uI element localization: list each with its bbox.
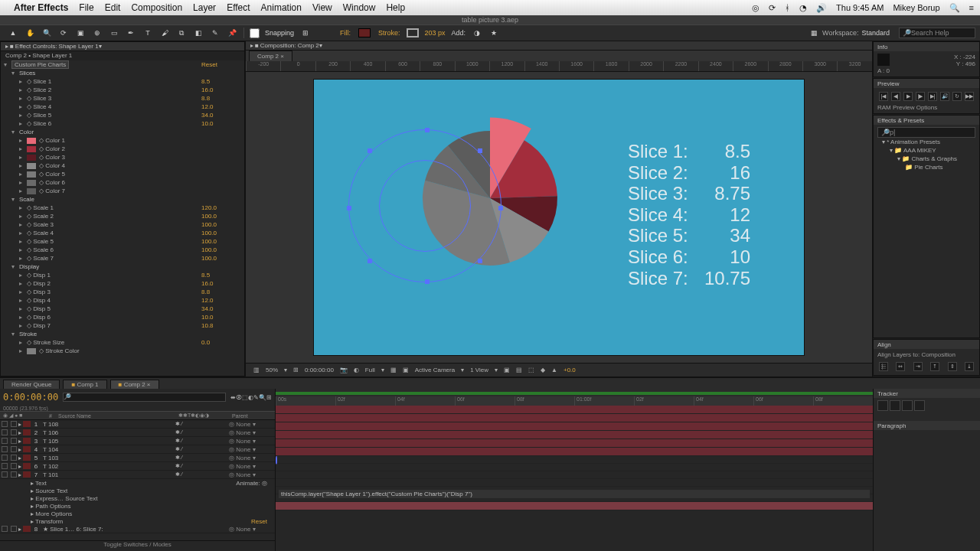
zoom-tool-icon[interactable]: 🔍: [41, 27, 53, 39]
align-vcenter-icon[interactable]: ⇕: [948, 362, 957, 371]
paragraph-panel-header[interactable]: Paragraph: [874, 421, 980, 430]
ec-row[interactable]: ▸◇ Disp 216.0: [1, 279, 244, 288]
tl-ic-3[interactable]: ⬚: [242, 394, 248, 401]
workspace-dropdown[interactable]: Standard: [861, 29, 890, 37]
stamp-tool-icon[interactable]: ⧉: [175, 27, 188, 39]
channel-icon[interactable]: ◐: [354, 367, 359, 373]
timeline-layer-row[interactable]: ▸2T 106✱ ⁄ ◎ None ▾: [0, 429, 275, 437]
ec-row[interactable]: ▸◇ Scale 6100.0: [1, 246, 244, 254]
status-bt-icon[interactable]: ᚼ: [785, 3, 790, 12]
add-dropdown-icon[interactable]: ◑: [471, 27, 483, 39]
col-parent[interactable]: Parent: [229, 413, 275, 419]
timeline-layer-row[interactable]: ▸4T 104✱ ⁄ ◎ None ▾: [0, 445, 275, 454]
current-time[interactable]: 0:00:00:00: [3, 392, 58, 403]
timeline-sub-row[interactable]: ▸ TransformReset: [0, 517, 275, 525]
comp-stage[interactable]: Slice 1:8.5Slice 2:16Slice 3:8.75Slice 4…: [314, 80, 804, 355]
loop-icon[interactable]: ↻: [952, 92, 962, 101]
align-panel-header[interactable]: Align: [874, 340, 979, 349]
ec-row[interactable]: ▾Stroke: [1, 330, 244, 338]
fill-swatch[interactable]: [358, 28, 371, 37]
puppet-tool-icon[interactable]: 📌: [226, 27, 238, 39]
ec-row[interactable]: ▸◇ Disp 412.0: [1, 296, 244, 305]
ec-row[interactable]: ▸◇ Color 3: [1, 153, 244, 161]
last-frame-icon[interactable]: ▶|: [928, 92, 937, 101]
vb-icon-2[interactable]: ▤: [516, 367, 522, 373]
align-hcenter-icon[interactable]: ⇔: [896, 362, 905, 371]
menu-edit[interactable]: Edit: [105, 2, 121, 13]
track-bar[interactable]: [276, 431, 873, 439]
pen-tool-icon[interactable]: ✒: [125, 27, 137, 39]
timeline-sub-row[interactable]: ▸ Source Text: [0, 487, 275, 494]
menu-animation[interactable]: Animation: [261, 2, 302, 13]
ec-row[interactable]: ▸◇ Scale 5100.0: [1, 237, 244, 246]
ec-row[interactable]: ▸◇ Stroke Color: [1, 347, 244, 355]
ec-row[interactable]: ▸◇ Disp 610.0: [1, 313, 244, 321]
menu-effect[interactable]: Effect: [227, 2, 250, 13]
status-sync-icon[interactable]: ⟳: [769, 3, 776, 13]
stroke-px[interactable]: 203 px: [425, 29, 446, 37]
comp-ruler[interactable]: -200020040060080010001200140016001800200…: [246, 61, 872, 72]
ec-row[interactable]: ▸◇ Slice 610.0: [1, 119, 244, 128]
menu-view[interactable]: View: [312, 2, 332, 13]
tl-ic-4[interactable]: ◐: [248, 394, 253, 401]
res-dropdown[interactable]: Full: [365, 367, 375, 373]
comp-stage-wrap[interactable]: Slice 1:8.5Slice 2:16Slice 3:8.75Slice 4…: [246, 72, 872, 363]
align-right-icon[interactable]: ⇥: [913, 362, 923, 371]
ec-row[interactable]: ▸◇ Slice 534.0: [1, 111, 244, 119]
effects-presets-header[interactable]: Effects & Presets: [874, 116, 979, 125]
ec-row[interactable]: ▸◇ Slice 18.5: [1, 77, 244, 86]
anchor-tool-icon[interactable]: ⊕: [91, 27, 103, 39]
ec-row[interactable]: ▾Color: [1, 128, 244, 136]
fx-tree-item[interactable]: ▾ 📁 Charts & Graphs: [877, 155, 975, 163]
workspace-icon[interactable]: ▦: [808, 27, 820, 39]
tracker-panel-header[interactable]: Tracker: [874, 389, 980, 398]
tracker-btn-1[interactable]: [877, 400, 888, 411]
clock[interactable]: Thu 9:45 AM: [836, 3, 884, 12]
tl-ic-2[interactable]: ⦿: [236, 394, 242, 401]
ec-row[interactable]: ▸◇ Stroke Size0.0: [1, 338, 244, 347]
preview-panel-header[interactable]: Preview: [874, 79, 979, 88]
ec-row[interactable]: ▸◇ Color 5: [1, 170, 244, 178]
camera-tool-icon[interactable]: ▣: [74, 27, 87, 39]
ec-row[interactable]: ▸◇ Disp 534.0: [1, 305, 244, 313]
camera-dropdown[interactable]: Active Camera: [415, 367, 455, 373]
vb-icon-4[interactable]: ◆: [541, 367, 545, 373]
menu-window[interactable]: Window: [343, 2, 376, 13]
search-icon[interactable]: 🔍: [949, 3, 960, 13]
timecode-display[interactable]: 0:00:00:00: [305, 367, 334, 373]
first-frame-icon[interactable]: |◀: [879, 92, 888, 101]
prev-frame-icon[interactable]: ◀|: [891, 92, 900, 101]
ec-row[interactable]: ▸◇ Disp 710.8: [1, 321, 244, 330]
ec-row[interactable]: ▸◇ Slice 412.0: [1, 103, 244, 111]
track-bar[interactable]: [276, 439, 873, 448]
ec-row[interactable]: ▾Scale: [1, 195, 244, 204]
align-to-dropdown[interactable]: Composition: [921, 351, 955, 358]
timeline-tracks[interactable]: 00s02f04f06f08f01:00f02f04f06f08f thisCo…: [276, 389, 980, 551]
timeline-layer-row[interactable]: ▸1T 108✱ ⁄ ◎ None ▾: [0, 420, 275, 429]
comp-tab[interactable]: Comp 2 ×: [249, 51, 292, 61]
ec-row[interactable]: ▸◇ Disp 18.5: [1, 271, 244, 279]
timeline-sub-row[interactable]: ▸ More Options: [0, 510, 275, 517]
fx-tree-item[interactable]: ▾ 📁 AAA MIKEY: [877, 146, 975, 155]
tl-tab-render[interactable]: Render Queue: [3, 380, 60, 389]
snapshot-icon[interactable]: 📷: [340, 367, 348, 373]
star-icon[interactable]: ★: [488, 27, 500, 39]
play-icon[interactable]: ▶: [903, 92, 913, 101]
status-cc-icon[interactable]: ◎: [752, 3, 760, 13]
toggle-switches[interactable]: Toggle Switches / Modes: [0, 540, 275, 551]
menu-help[interactable]: Help: [386, 2, 405, 13]
expression-text[interactable]: thisComp.layer("Shape Layer 1").effect("…: [279, 490, 870, 498]
effect-controls-tab[interactable]: ▸ ■Effect Controls: Shape Layer 1 ▾: [1, 42, 244, 51]
track-bar[interactable]: [276, 414, 873, 422]
ec-row[interactable]: ▸◇ Scale 3100.0: [1, 220, 244, 229]
ec-row[interactable]: ▸◇ Color 4: [1, 161, 244, 170]
vb-icon-5[interactable]: ▲: [551, 367, 557, 373]
search-help-input[interactable]: 🔎 Search Help: [899, 28, 975, 38]
track-bar[interactable]: [276, 456, 277, 465]
views-dropdown[interactable]: 1 View: [470, 367, 488, 373]
ec-row[interactable]: ▸◇ Slice 38.8: [1, 94, 244, 103]
brush-tool-icon[interactable]: 🖌: [158, 27, 171, 39]
timeline-sub-row[interactable]: ▸ Express… Source Text: [0, 494, 275, 502]
timeline-layer-row[interactable]: ▸7T 101✱ ⁄ ◎ None ▾: [0, 471, 275, 479]
align-left-icon[interactable]: ⬱: [879, 362, 888, 371]
